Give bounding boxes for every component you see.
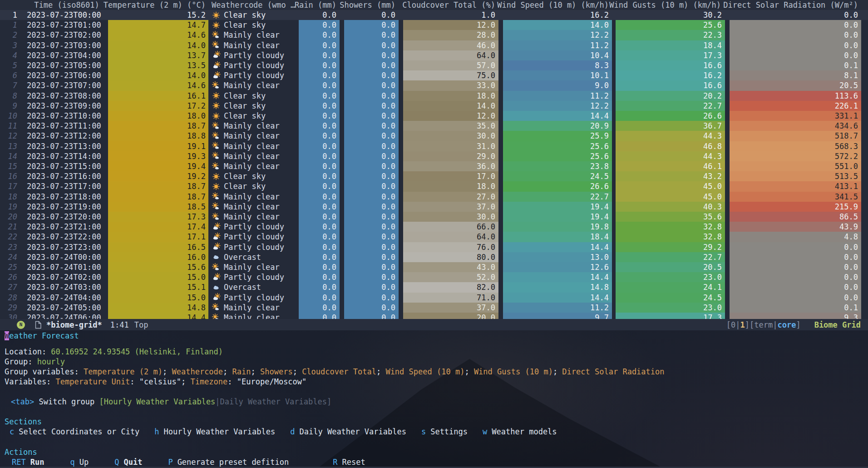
weathercode-cell: Mainly clear	[212, 313, 280, 319]
buffer-name[interactable]: *biome-grid*	[46, 320, 102, 329]
cloudcover-cell: 36.0	[403, 161, 498, 171]
table-row[interactable]: 102023-07-23T10:0018.0Clear sky0.00.012.…	[0, 111, 868, 121]
weathercode-cell: Partly cloudy	[212, 242, 284, 252]
action-r[interactable]: RReset	[333, 458, 365, 467]
variables-line: Variables: Temperature Unit: "celsius"; …	[5, 377, 306, 387]
wind-gusts-cell: 22.3	[616, 30, 725, 40]
rain-cell: 0.0	[299, 91, 340, 101]
table-row[interactable]: 82023-07-23T08:0016.1Clear sky0.00.018.0…	[0, 91, 868, 101]
table-row[interactable]: 302023-07-24T06:0014.4Mainly clear0.00.0…	[0, 313, 868, 319]
temperature-cell: 13.7	[108, 50, 208, 60]
temperature-cell: 18.5	[108, 202, 208, 212]
table-row[interactable]: 22023-07-23T02:0014.6Mainly clear0.00.02…	[0, 30, 868, 40]
table-row[interactable]: 272023-07-24T03:0015.1Overcast0.00.082.0…	[0, 282, 868, 292]
menu-label: Select Coordinates or City	[19, 427, 139, 436]
temperature-cell: 15.0	[108, 272, 208, 282]
wind-speed-cell: 14.0	[503, 20, 612, 30]
line-number: 18	[0, 192, 21, 202]
cloudcover-cell: 46.0	[403, 40, 498, 50]
tab-group-inactive[interactable]: |Daily Weather Variables]	[215, 397, 331, 406]
table-row[interactable]: 172023-07-23T17:0018.7Clear sky0.00.018.…	[0, 181, 868, 191]
showers-cell: 0.0	[344, 10, 399, 20]
table-row[interactable]: 162023-07-23T16:0019.2Clear sky0.00.017.…	[0, 171, 868, 181]
group-variable: Weathercode	[172, 367, 223, 376]
section-h[interactable]: hHourly Weather Variables	[154, 427, 275, 436]
solar-radiation-cell: 0.0	[730, 30, 861, 40]
table-row[interactable]: 132023-07-23T13:0019.1Mainly clear0.00.0…	[0, 141, 868, 151]
weathercode-label: Clear sky	[224, 182, 266, 191]
table-row[interactable]: 92023-07-23T09:0017.2Clear sky0.00.014.0…	[0, 101, 868, 111]
table-row[interactable]: 182023-07-23T18:0018.7Mainly clear0.00.0…	[0, 192, 868, 202]
tab-switch-hint[interactable]: <tab> Switch group [Hourly Weather Varia…	[11, 397, 331, 407]
separator: ;	[223, 367, 232, 376]
table-row[interactable]: 32023-07-23T03:0014.0Mainly clear0.00.04…	[0, 40, 868, 50]
table-row[interactable]: 122023-07-23T12:0018.8Mainly clear0.00.0…	[0, 131, 868, 141]
group-variables-line: Group variables: Temperature (2 m); Weat…	[5, 367, 665, 377]
table-row[interactable]: 142023-07-23T14:0019.3Mainly clear0.00.0…	[0, 151, 868, 161]
temperature-cell: 14.0	[108, 70, 208, 80]
wind-speed-cell: 14.8	[503, 282, 612, 292]
time-cell: 2023-07-23T07:00	[27, 80, 101, 90]
table-row[interactable]: 202023-07-23T20:0017.3Mainly clear0.00.0…	[0, 212, 868, 222]
workspace-indicator: [0|	[726, 320, 740, 329]
location-line: Location: 60.16952 24.93545 (Helsinki, F…	[5, 347, 223, 357]
table-row[interactable]: 222023-07-23T22:0017.1Partly cloudy0.00.…	[0, 232, 868, 242]
key-hint: c	[10, 427, 14, 436]
table-row[interactable]: 242023-07-24T00:0016.0Overcast0.00.080.0…	[0, 252, 868, 262]
action-q[interactable]: QQuit	[114, 458, 142, 467]
cloudcover-cell: 37.0	[403, 303, 498, 313]
tab-group-active[interactable]: [Hourly Weather Variables	[99, 397, 215, 406]
weathercode-label: Mainly clear	[224, 142, 280, 151]
action-q[interactable]: qUp	[70, 458, 89, 467]
table-row[interactable]: 282023-07-24T04:0015.0Partly cloudy0.00.…	[0, 293, 868, 303]
rain-cell: 0.0	[299, 252, 340, 262]
table-row[interactable]: 212023-07-23T21:0017.4Partly cloudy0.00.…	[0, 222, 868, 232]
wind-speed-cell: 22.7	[503, 192, 612, 202]
table-row[interactable]: 262023-07-24T02:0015.0Partly cloudy0.00.…	[0, 272, 868, 282]
clear-icon	[212, 20, 221, 30]
action-p[interactable]: PGenerate preset defition	[168, 458, 289, 467]
action-ret[interactable]: RETRun	[12, 458, 44, 467]
variable-key: Temperature Unit	[56, 377, 130, 386]
line-number: 11	[0, 121, 21, 131]
table-row[interactable]: 192023-07-23T19:0018.5Mainly clear0.00.0…	[0, 202, 868, 212]
table-row[interactable]: 12023-07-23T00:0015.2Clear sky0.00.01.01…	[0, 10, 868, 20]
section-c[interactable]: cSelect Coordinates or City	[10, 427, 139, 436]
table-row[interactable]: 232023-07-23T23:0016.5Partly cloudy0.00.…	[0, 242, 868, 252]
table-row[interactable]: 112023-07-23T11:0018.7Mainly clear0.00.0…	[0, 121, 868, 131]
line-number: 24	[0, 252, 21, 262]
weathercode-label: Partly cloudy	[224, 293, 284, 302]
table-row[interactable]: 72023-07-23T07:0014.6Mainly clear0.00.03…	[0, 80, 868, 90]
table-row[interactable]: 12023-07-23T01:0014.7Clear sky0.00.012.0…	[0, 20, 868, 30]
time-cell: 2023-07-23T03:00	[27, 40, 101, 50]
table-row[interactable]: 42023-07-23T04:0013.7Partly cloudy0.00.0…	[0, 50, 868, 60]
cloudcover-cell: 14.0	[403, 101, 498, 111]
section-w[interactable]: wWeather models	[483, 427, 557, 436]
section-d[interactable]: dDaily Weather Variables	[290, 427, 406, 436]
wind-speed-cell: 16.2	[503, 10, 612, 20]
tab-key-hint[interactable]: <tab>	[11, 397, 34, 406]
solar-radiation-cell: 9.3	[730, 313, 861, 319]
table-row[interactable]: 252023-07-24T01:0015.6Mainly clear0.00.0…	[0, 262, 868, 272]
rain-cell: 0.0	[299, 101, 340, 111]
wind-speed-cell: 25.6	[503, 141, 612, 151]
wind-gusts-cell: 20.5	[616, 262, 725, 272]
table-row[interactable]: 52023-07-23T05:0013.5Partly cloudy0.00.0…	[0, 60, 868, 70]
rain-cell: 0.0	[299, 60, 340, 70]
cloudcover-cell: 20.0	[403, 313, 498, 319]
weathercode-cell: Mainly clear	[212, 161, 280, 171]
weathercode-label: Partly cloudy	[224, 71, 284, 80]
solar-radiation-cell: 113.6	[730, 91, 861, 101]
mainly-clear-icon	[212, 162, 221, 171]
group-value[interactable]: hourly	[37, 357, 65, 366]
showers-cell: 0.0	[344, 20, 399, 30]
cloudcover-cell: 28.0	[403, 30, 498, 40]
temperature-cell: 15.0	[108, 293, 208, 303]
table-row[interactable]: 62023-07-23T06:0014.0Partly cloudy0.00.0…	[0, 70, 868, 80]
table-row[interactable]: 292023-07-24T05:0014.8Mainly clear0.00.0…	[0, 303, 868, 313]
solar-radiation-cell: 413.1	[730, 181, 861, 191]
line-number: 5	[0, 60, 21, 70]
menu-label: Hourly Weather Variables	[164, 427, 276, 436]
section-s[interactable]: sSettings	[421, 427, 468, 436]
table-row[interactable]: 152023-07-23T15:0019.4Mainly clear0.00.0…	[0, 161, 868, 171]
